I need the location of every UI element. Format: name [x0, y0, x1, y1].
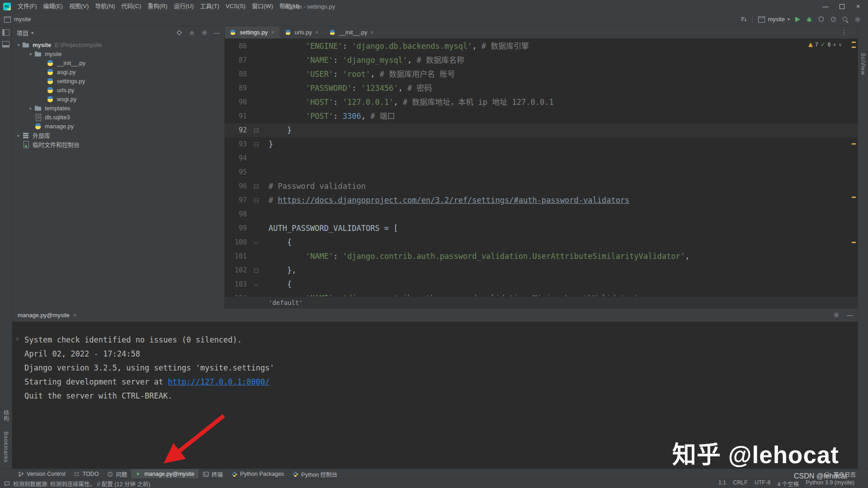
console-link[interactable]: http://127.0.0.1:8000/: [168, 377, 269, 386]
code-line[interactable]: 91 'POST': 3306, # 端口: [224, 109, 858, 123]
code-line[interactable]: 89 'PASSWORD': '123456', # 密码: [224, 81, 858, 95]
project-stripe-icon[interactable]: [2, 29, 9, 36]
code-line[interactable]: 92 }: [224, 123, 858, 137]
settings-gear-icon[interactable]: [854, 16, 861, 23]
editor-tab[interactable]: settings.py×: [224, 26, 279, 38]
code-line[interactable]: 103 {: [224, 277, 858, 291]
fold-icon[interactable]: [247, 277, 265, 291]
toolwindow-button[interactable]: Python Packages: [227, 469, 288, 479]
code-line[interactable]: 99AUTH_PASSWORD_VALIDATORS = [: [224, 221, 858, 235]
structure-stripe-icon[interactable]: [2, 41, 9, 47]
menu-item[interactable]: 运行(U): [170, 0, 197, 13]
stripe-label-sciview[interactable]: SciView: [860, 53, 866, 75]
tree-item[interactable]: urls.py: [12, 85, 224, 94]
balloon-icon[interactable]: [4, 480, 10, 487]
hide-panel-icon[interactable]: —: [214, 29, 220, 36]
coverage-button[interactable]: [818, 16, 825, 23]
chevron-down-icon[interactable]: ▾: [31, 30, 33, 35]
editor-tab[interactable]: __init__.py×: [324, 26, 379, 38]
code-line[interactable]: 95: [224, 165, 858, 179]
fold-icon[interactable]: [247, 263, 265, 277]
tree-item[interactable]: ▸templates: [12, 103, 224, 113]
status-item[interactable]: Python 3.9 (mysite): [806, 479, 854, 488]
close-run-tab-icon[interactable]: ×: [73, 312, 77, 319]
tree-item[interactable]: ▾mysiteE:\Projects\mysite: [12, 40, 224, 49]
maximize-button[interactable]: [834, 0, 850, 13]
code-line[interactable]: 102 },: [224, 263, 858, 277]
tree-item[interactable]: 临时文件和控制台: [12, 140, 224, 149]
menu-item[interactable]: 代码(C): [118, 0, 144, 13]
tree-item[interactable]: ▸外部库: [12, 131, 224, 140]
run-tab[interactable]: manage.py@mysite ×: [18, 312, 77, 319]
chevron-down-icon[interactable]: ▾: [27, 52, 34, 56]
minimize-button[interactable]: —: [817, 0, 834, 13]
stripe-label-structure[interactable]: 结构: [2, 410, 10, 422]
menu-item[interactable]: 编辑(E): [40, 0, 66, 13]
code-line[interactable]: 88 'USER': 'root', # 数据库用户名 账号: [224, 67, 858, 81]
code-line[interactable]: 96# Password validation: [224, 179, 858, 193]
chevron-down-icon[interactable]: ▾: [15, 42, 22, 47]
console-fold-icon[interactable]: »: [15, 335, 19, 343]
run-configuration-select[interactable]: mysite ▾: [758, 16, 790, 23]
status-item[interactable]: 1:1: [718, 479, 726, 488]
code-line[interactable]: 98: [224, 207, 858, 221]
tree-item[interactable]: settings.py: [12, 76, 224, 85]
chevron-right-icon[interactable]: ▸: [27, 106, 34, 111]
tree-item[interactable]: manage.py: [12, 122, 224, 131]
fold-icon[interactable]: [247, 235, 265, 249]
status-item[interactable]: CRLF: [733, 479, 748, 488]
code-line[interactable]: 90 'HOST': '127.0.0.1', # 数据库地址，本机 ip 地址…: [224, 95, 858, 109]
toolwindow-button[interactable]: Version Control: [14, 469, 69, 479]
code-line[interactable]: 93}: [224, 137, 858, 151]
run-panel-gear-icon[interactable]: [833, 312, 840, 319]
toolwindow-button[interactable]: Python 控制台: [288, 469, 341, 479]
menu-item[interactable]: 工具(T): [197, 0, 222, 13]
minimize-panel-icon[interactable]: —: [847, 312, 853, 319]
fold-icon[interactable]: [247, 123, 265, 137]
sort-icon[interactable]: [740, 16, 747, 23]
close-tab-icon[interactable]: ×: [315, 29, 319, 36]
tree-item[interactable]: db.sqlite3: [12, 113, 224, 122]
locate-file-icon[interactable]: [176, 29, 183, 36]
close-tab-icon[interactable]: ×: [271, 29, 274, 36]
prev-issue-icon[interactable]: ∧: [833, 42, 836, 47]
project-panel-title[interactable]: 项目: [17, 28, 28, 37]
stripe-label-bookmarks[interactable]: Bookmarks: [3, 432, 9, 463]
fold-icon[interactable]: [247, 193, 265, 207]
code-line[interactable]: 101 'NAME': 'django.contrib.auth.passwor…: [224, 249, 858, 263]
code-line[interactable]: 97# https://docs.djangoproject.com/en/3.…: [224, 193, 858, 207]
breadcrumb[interactable]: 'default': [224, 296, 858, 309]
menu-item[interactable]: 文件(F): [14, 0, 40, 13]
toolbar-project-label[interactable]: mysite: [14, 16, 31, 23]
code-line[interactable]: 87 'NAME': 'django_mysql', # 数据库名称: [224, 53, 858, 67]
panel-settings-gear-icon[interactable]: [201, 29, 208, 36]
menu-item[interactable]: 窗口(W): [249, 0, 276, 13]
fold-icon[interactable]: [247, 137, 265, 151]
menu-item[interactable]: 视图(V): [66, 0, 92, 13]
toolwindow-button[interactable]: TODO: [69, 469, 103, 479]
close-tab-icon[interactable]: ×: [371, 29, 374, 36]
debug-button[interactable]: [806, 16, 812, 23]
tab-options-kebab-icon[interactable]: ⋮: [841, 28, 847, 36]
run-button[interactable]: [795, 17, 800, 22]
menu-item[interactable]: 重构(R): [144, 0, 170, 13]
status-item[interactable]: UTF-8: [755, 479, 770, 488]
search-icon[interactable]: [842, 16, 849, 23]
code-line[interactable]: 86 'ENGINE': 'django.db.backends.mysql',…: [224, 39, 858, 53]
profiler-button[interactable]: [830, 16, 837, 23]
collapse-all-icon[interactable]: [189, 29, 195, 36]
chevron-right-icon[interactable]: ▸: [15, 133, 22, 138]
tree-item[interactable]: ▾mysite: [12, 49, 224, 58]
status-item[interactable]: 4 个空格: [777, 479, 799, 488]
editor-tab[interactable]: urls.py×: [279, 26, 324, 38]
next-issue-icon[interactable]: ∨: [839, 42, 842, 47]
tree-item[interactable]: __init__.py: [12, 58, 224, 67]
fold-icon[interactable]: [247, 179, 265, 193]
inspections-widget[interactable]: 7 ✓ 6 ∧ ∨: [808, 41, 842, 48]
code-line[interactable]: 94: [224, 151, 858, 165]
menu-item[interactable]: VCS(S): [222, 0, 249, 13]
menu-item[interactable]: 导航(N): [92, 0, 118, 13]
code-area[interactable]: 86 'ENGINE': 'django.db.backends.mysql',…: [224, 38, 858, 297]
toolwindow-button[interactable]: 问题: [103, 469, 131, 479]
status-message[interactable]: 检测到数据源: 检测到连接属性。 // 配置 (12 分钟 之前): [13, 479, 151, 488]
